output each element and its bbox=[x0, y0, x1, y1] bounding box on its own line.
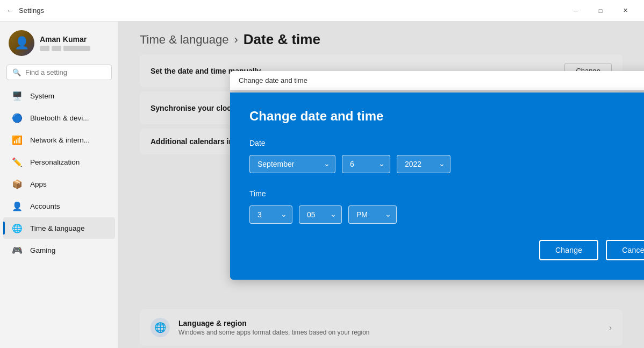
sidebar-nav: 🖥️ System 🔵 Bluetooth & devi... 📶 Networ… bbox=[0, 84, 118, 261]
system-icon: 🖥️ bbox=[12, 90, 23, 101]
bluetooth-icon: 🔵 bbox=[12, 112, 23, 123]
time-section-label: Time bbox=[249, 189, 644, 198]
sidebar-label-gaming: Gaming bbox=[30, 246, 55, 254]
close-button[interactable]: ✕ bbox=[613, 0, 638, 22]
user-profile: 👤 Aman Kumar bbox=[0, 22, 118, 62]
hour-select-wrapper: 3 1245 6789 101112 bbox=[249, 205, 292, 224]
minute-select-wrapper: 05 00101520 25303540 455055 bbox=[299, 205, 342, 224]
sidebar-label-time: Time & language bbox=[30, 224, 85, 232]
dialog-actions: Change Cancel bbox=[249, 240, 644, 260]
dialog-heading: Change date and time bbox=[249, 109, 644, 124]
accounts-icon: 👤 bbox=[12, 201, 23, 211]
user-sub-dot1 bbox=[40, 46, 49, 51]
gaming-icon: 🎮 bbox=[12, 245, 23, 255]
date-row: September JanuaryFebruaryMarch AprilMayJ… bbox=[249, 155, 644, 173]
month-select-wrapper: September JanuaryFebruaryMarch AprilMayJ… bbox=[249, 155, 335, 173]
sidebar-label-network: Network & intern... bbox=[30, 136, 90, 144]
network-icon: 📶 bbox=[12, 134, 23, 145]
sidebar-item-network[interactable]: 📶 Network & intern... bbox=[3, 129, 115, 151]
sidebar-item-personalization[interactable]: ✏️ Personalization bbox=[3, 151, 115, 173]
change-date-time-dialog: Change date and time Date September Janu… bbox=[230, 93, 644, 280]
sidebar-label-system: System bbox=[30, 92, 54, 100]
sidebar-item-apps[interactable]: 📦 Apps bbox=[3, 173, 115, 195]
sidebar-item-accounts[interactable]: 👤 Accounts bbox=[3, 195, 115, 217]
sidebar-label-apps: Apps bbox=[30, 180, 47, 188]
title-bar: ← Settings ─ □ ✕ bbox=[0, 0, 644, 22]
dialog-titlebar-label: Change date and time bbox=[239, 76, 307, 84]
date-section-label: Date bbox=[249, 139, 644, 147]
minute-select[interactable]: 05 00101520 25303540 455055 bbox=[299, 205, 342, 224]
dialog-titlebar: Change date and time bbox=[230, 71, 644, 90]
time-row: 3 1245 6789 101112 05 00101520 25303540 … bbox=[249, 205, 644, 224]
user-sub-dot2 bbox=[52, 46, 61, 51]
ampm-select-wrapper: PM AM bbox=[348, 205, 397, 224]
change-confirm-button[interactable]: Change bbox=[539, 240, 598, 260]
app-title: Settings bbox=[19, 6, 44, 15]
sidebar-item-gaming[interactable]: 🎮 Gaming bbox=[3, 239, 115, 261]
month-select[interactable]: September JanuaryFebruaryMarch AprilMayJ… bbox=[249, 155, 335, 173]
sidebar-item-bluetooth[interactable]: 🔵 Bluetooth & devi... bbox=[3, 107, 115, 129]
cancel-button[interactable]: Cancel bbox=[606, 240, 644, 260]
day-select[interactable]: 6 12345 78910 bbox=[342, 155, 390, 173]
ampm-select[interactable]: PM AM bbox=[348, 205, 397, 224]
minimize-button[interactable]: ─ bbox=[563, 0, 588, 22]
sidebar-item-time[interactable]: 🌐 Time & language bbox=[3, 217, 115, 239]
search-box[interactable]: 🔍 bbox=[6, 65, 112, 80]
main-content: Time & language › Date & time Set the da… bbox=[118, 22, 644, 348]
sidebar-label-accounts: Accounts bbox=[30, 202, 60, 210]
hour-select[interactable]: 3 1245 6789 101112 bbox=[249, 205, 292, 224]
search-icon: 🔍 bbox=[12, 68, 21, 76]
year-select[interactable]: 2022 2020202120232024 bbox=[397, 155, 450, 173]
sidebar-label-personalization: Personalization bbox=[30, 158, 80, 166]
avatar: 👤 bbox=[9, 30, 34, 56]
search-input[interactable] bbox=[25, 68, 106, 76]
day-select-wrapper: 6 12345 78910 bbox=[342, 155, 390, 173]
sidebar: 👤 Aman Kumar 🔍 🖥️ System 🔵 B bbox=[0, 22, 118, 348]
maximize-button[interactable]: □ bbox=[588, 0, 613, 22]
back-button[interactable]: ← bbox=[6, 6, 13, 15]
sidebar-label-bluetooth: Bluetooth & devi... bbox=[30, 114, 89, 122]
apps-icon: 📦 bbox=[12, 179, 23, 189]
avatar-image: 👤 bbox=[9, 30, 34, 56]
sidebar-item-system[interactable]: 🖥️ System bbox=[3, 85, 115, 106]
time-icon: 🌐 bbox=[12, 223, 23, 233]
personalization-icon: ✏️ bbox=[12, 157, 23, 167]
user-sub-dot3 bbox=[63, 46, 90, 51]
year-select-wrapper: 2022 2020202120232024 bbox=[397, 155, 450, 173]
user-name: Aman Kumar bbox=[40, 35, 90, 44]
